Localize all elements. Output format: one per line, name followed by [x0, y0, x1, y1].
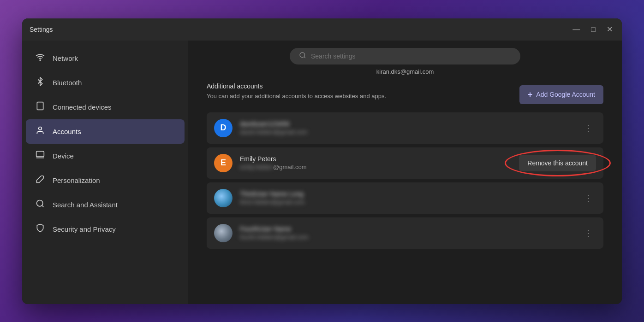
wifi-icon — [35, 53, 45, 64]
avatar-4 — [214, 224, 233, 242]
search-magnifier-icon — [299, 52, 306, 61]
account-info-3: ThirdUser Name Long third.hidden@gmail.c… — [240, 190, 573, 205]
settings-window: Settings — □ ✕ Network — [22, 18, 622, 304]
search-box — [290, 48, 520, 64]
sidebar-item-bluetooth[interactable]: Bluetooth — [26, 70, 185, 95]
account-item-4: FourthUser Name fourth.hidden@gmail.com … — [207, 217, 603, 249]
section-text: Additional accounts You can add your add… — [207, 82, 386, 107]
account-email-emily: emily.hidden@gmail.com — [240, 164, 512, 170]
account-info-emily: Emily Peters emily.hidden@gmail.com — [240, 155, 512, 170]
sidebar-label-device: Device — [53, 152, 74, 160]
add-google-account-button[interactable]: + Add Google Account — [519, 85, 603, 104]
sidebar-item-security-privacy[interactable]: Security and Privacy — [26, 217, 185, 241]
account-email-d: david.hidden@gmail.com — [240, 129, 573, 135]
sidebar-item-personalization[interactable]: Personalization — [26, 168, 185, 193]
bluetooth-icon — [35, 77, 45, 88]
close-button[interactable]: ✕ — [605, 24, 614, 35]
sidebar-label-search-assistant: Search and Assistant — [53, 201, 118, 209]
svg-point-8 — [300, 53, 305, 58]
plus-icon: + — [528, 90, 533, 100]
window-title: Settings — [30, 26, 53, 33]
account-email-4: fourth.hidden@gmail.com — [240, 234, 573, 240]
account-item-3: ThirdUser Name Long third.hidden@gmail.c… — [207, 182, 603, 214]
sidebar-item-accounts[interactable]: Accounts — [26, 119, 185, 144]
account-item-emily: E Emily Peters emily.hidden@gmail.com Re… — [207, 147, 603, 179]
main-account-email: kiran.dks@gmail.com — [207, 68, 603, 75]
account-name-d: daviduser123456 — [240, 120, 573, 128]
account-info-d: daviduser123456 david.hidden@gmail.com — [240, 120, 573, 135]
remove-btn-wrapper: Remove this account — [519, 155, 596, 171]
sidebar-item-connected-devices[interactable]: Connected devices — [26, 95, 185, 119]
account-name-4: FourthUser Name — [240, 225, 573, 233]
section-desc: You can add your additional accounts to … — [207, 93, 386, 100]
maximize-button[interactable]: □ — [589, 24, 597, 35]
search-icon — [35, 199, 45, 211]
sidebar-label-accounts: Accounts — [53, 128, 81, 135]
svg-point-6 — [37, 200, 43, 206]
main-content: kiran.dks@gmail.com Additional accounts … — [188, 41, 622, 304]
account-email-3: third.hidden@gmail.com — [240, 199, 573, 205]
svg-line-7 — [42, 205, 44, 207]
account-info-4: FourthUser Name fourth.hidden@gmail.com — [240, 225, 573, 240]
person-icon — [35, 126, 45, 137]
section-title: Additional accounts — [207, 82, 386, 90]
remove-account-button[interactable]: Remove this account — [519, 155, 596, 171]
add-account-label: Add Google Account — [536, 91, 595, 98]
account-name-3: ThirdUser Name Long — [240, 190, 573, 198]
svg-point-0 — [40, 59, 41, 60]
search-row — [188, 41, 622, 68]
content-area: kiran.dks@gmail.com Additional accounts … — [188, 68, 622, 304]
window-body: Network Bluetooth Connected devices — [22, 41, 622, 304]
titlebar: Settings — □ ✕ — [22, 18, 622, 41]
sidebar-item-search-assistant[interactable]: Search and Assistant — [26, 193, 185, 217]
brush-icon — [35, 175, 45, 186]
laptop-icon — [35, 150, 45, 162]
sidebar-label-security-privacy: Security and Privacy — [53, 225, 116, 233]
shield-icon — [35, 223, 45, 235]
search-input[interactable] — [311, 53, 511, 60]
sidebar-label-personalization: Personalization — [53, 176, 100, 184]
avatar-3 — [214, 189, 233, 207]
account-more-button-3[interactable]: ⋮ — [580, 191, 596, 205]
svg-point-3 — [39, 127, 42, 130]
account-more-button-d[interactable]: ⋮ — [580, 121, 596, 135]
tablet-icon — [35, 101, 45, 113]
sidebar-label-bluetooth: Bluetooth — [53, 79, 82, 87]
account-name-emily: Emily Peters — [240, 155, 512, 163]
svg-rect-4 — [36, 151, 44, 157]
minimize-button[interactable]: — — [571, 24, 582, 35]
sidebar-item-network[interactable]: Network — [26, 46, 185, 70]
sidebar-item-device[interactable]: Device — [26, 144, 185, 168]
sidebar: Network Bluetooth Connected devices — [22, 41, 188, 304]
avatar-d: D — [214, 119, 233, 137]
sidebar-label-network: Network — [53, 54, 78, 62]
section-header: Additional accounts You can add your add… — [207, 82, 603, 107]
svg-line-9 — [304, 57, 305, 58]
window-controls: — □ ✕ — [571, 24, 614, 35]
account-item-d: D daviduser123456 david.hidden@gmail.com… — [207, 112, 603, 144]
sidebar-label-connected-devices: Connected devices — [53, 103, 112, 111]
account-more-button-4[interactable]: ⋮ — [580, 226, 596, 240]
avatar-emily: E — [214, 154, 233, 172]
